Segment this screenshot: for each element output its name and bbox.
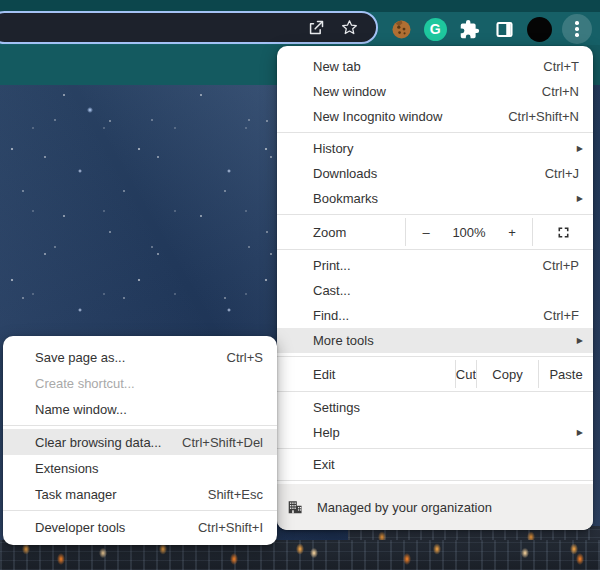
menu-item-label: New tab (313, 59, 543, 74)
shortcut-label: Ctrl+N (542, 84, 579, 99)
extensions-puzzle-icon[interactable] (456, 16, 482, 42)
menu-item-label: Help (313, 425, 577, 440)
chrome-menu: New tabCtrl+TNew windowCtrl+NNew Incogni… (277, 46, 593, 530)
submenu-arrow-icon: ▶ (577, 144, 583, 153)
menu-item-label: Create shortcut... (35, 376, 263, 391)
menu-item-zoom: Zoom–100%+ (277, 218, 593, 246)
menu-item-label: Clear browsing data... (35, 435, 182, 450)
cut-button[interactable]: Cut (455, 360, 476, 388)
menu-item-settings[interactable]: Settings (277, 395, 593, 420)
menu-item-label: New Incognito window (313, 109, 508, 124)
fullscreen-button[interactable] (532, 218, 593, 246)
submenu-item-developer-tools[interactable]: Developer toolsCtrl+Shift+I (3, 514, 277, 540)
submenu-item-clear-browsing-data[interactable]: Clear browsing data...Ctrl+Shift+Del (3, 429, 277, 455)
menu-item-bookmarks[interactable]: Bookmarks▶ (277, 186, 593, 211)
menu-divider (277, 356, 593, 357)
menu-item-new-incognito-window[interactable]: New Incognito windowCtrl+Shift+N (277, 104, 593, 129)
shortcut-label: Ctrl+Shift+Del (182, 435, 263, 450)
shortcut-label: Ctrl+Shift+N (508, 109, 579, 124)
menu-item-label: Exit (313, 457, 579, 472)
copy-button[interactable]: Copy (476, 360, 538, 388)
submenu-arrow-icon: ▶ (577, 336, 583, 345)
menu-item-exit[interactable]: Exit (277, 452, 593, 477)
menu-item-label: Developer tools (35, 520, 198, 535)
managed-label: Managed by your organization (317, 500, 579, 515)
submenu-divider (3, 425, 277, 426)
shortcut-label: Ctrl+J (545, 166, 579, 181)
menu-divider (277, 214, 593, 215)
submenu-arrow-icon: ▶ (577, 194, 583, 203)
zoom-controls: –100%+ (405, 218, 532, 246)
menu-item-label: Cast... (313, 283, 579, 298)
menu-item-managed[interactable]: Managed by your organization (277, 484, 593, 530)
shortcut-label: Ctrl+P (543, 258, 579, 273)
zoom-label: Zoom (277, 218, 405, 246)
menu-item-new-window[interactable]: New windowCtrl+N (277, 79, 593, 104)
menu-item-label: New window (313, 84, 542, 99)
menu-item-label: Bookmarks (313, 191, 577, 206)
menu-item-label: Extensions (35, 461, 263, 476)
edit-label: Edit (277, 360, 455, 388)
shortcut-label: Ctrl+F (543, 308, 579, 323)
zoom-in-button[interactable]: + (492, 218, 532, 246)
menu-item-label: Find... (313, 308, 543, 323)
submenu-item-task-manager[interactable]: Task managerShift+Esc (3, 481, 277, 507)
shortcut-label: Ctrl+T (543, 59, 579, 74)
submenu-item-extensions[interactable]: Extensions (3, 455, 277, 481)
menu-item-label: History (313, 141, 577, 156)
bookmark-star-icon[interactable] (339, 17, 360, 38)
zoom-level: 100% (446, 218, 492, 246)
address-bar[interactable] (0, 11, 378, 44)
menu-divider (277, 448, 593, 449)
menu-divider (277, 480, 593, 481)
three-dot-menu-button[interactable] (562, 14, 592, 44)
menu-item-new-tab[interactable]: New tabCtrl+T (277, 54, 593, 79)
menu-item-cast[interactable]: Cast... (277, 278, 593, 303)
submenu-arrow-icon: ▶ (577, 428, 583, 437)
cookie-extension-icon[interactable] (388, 16, 414, 42)
menu-item-label: Print... (313, 258, 543, 273)
submenu-divider (3, 510, 277, 511)
shortcut-label: Ctrl+Shift+I (198, 520, 263, 535)
shortcut-label: Ctrl+S (227, 350, 263, 365)
zoom-out-button[interactable]: – (406, 218, 446, 246)
menu-item-downloads[interactable]: DownloadsCtrl+J (277, 161, 593, 186)
menu-divider (277, 249, 593, 250)
menu-item-label: Downloads (313, 166, 545, 181)
menu-item-help[interactable]: Help▶ (277, 420, 593, 445)
menu-item-print[interactable]: Print...Ctrl+P (277, 253, 593, 278)
profile-avatar[interactable] (527, 17, 552, 42)
menu-item-label: Settings (313, 400, 579, 415)
organization-building-icon (286, 498, 304, 516)
more-tools-submenu: Save page as...Ctrl+SCreate shortcut...N… (3, 336, 277, 545)
share-icon[interactable] (305, 17, 326, 38)
submenu-item-name-window[interactable]: Name window... (3, 396, 277, 422)
fullscreen-icon (556, 225, 571, 240)
menu-item-label: Save page as... (35, 350, 227, 365)
menu-item-label: More tools (313, 333, 577, 348)
menu-item-label: Task manager (35, 487, 208, 502)
menu-divider (277, 391, 593, 392)
paste-button[interactable]: Paste (538, 360, 593, 388)
menu-item-find[interactable]: Find...Ctrl+F (277, 303, 593, 328)
shortcut-label: Shift+Esc (208, 487, 263, 502)
menu-item-edit: EditCutCopyPaste (277, 360, 593, 388)
side-panel-icon[interactable] (492, 16, 518, 42)
menu-item-label: Name window... (35, 402, 263, 417)
menu-item-more-tools[interactable]: More tools▶ (277, 328, 593, 353)
grammarly-extension-icon[interactable]: G (424, 18, 447, 41)
menu-item-history[interactable]: History▶ (277, 136, 593, 161)
menu-divider (277, 132, 593, 133)
submenu-item-create-shortcut: Create shortcut... (3, 370, 277, 396)
submenu-item-save-page-as[interactable]: Save page as...Ctrl+S (3, 344, 277, 370)
